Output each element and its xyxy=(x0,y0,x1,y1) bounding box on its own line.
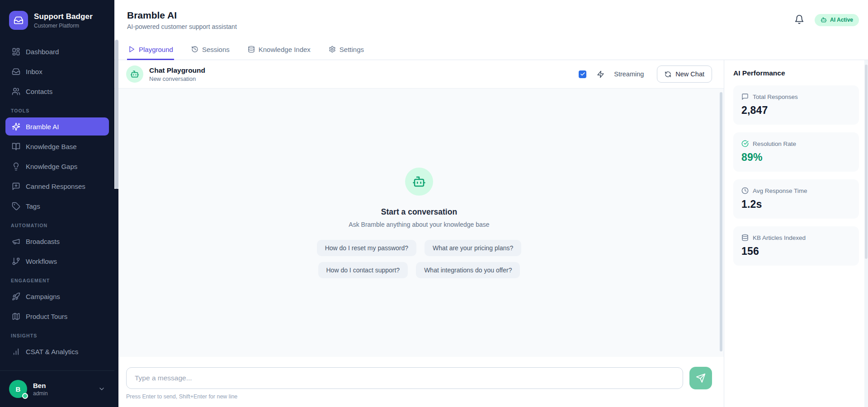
tab-label: Settings xyxy=(340,46,364,53)
book-open-icon xyxy=(12,142,20,151)
new-chat-label: New Chat xyxy=(675,70,704,78)
sidebar-item-label: Knowledge Base xyxy=(26,143,77,150)
empty-state-avatar xyxy=(405,168,433,196)
stat-card-kb-articles-indexed: KB Articles Indexed156 xyxy=(733,226,859,266)
sidebar-item-canned-responses[interactable]: Canned Responses xyxy=(5,177,109,195)
bot-icon xyxy=(130,70,139,79)
avatar: B xyxy=(9,380,27,398)
lightbulb-icon xyxy=(12,162,20,171)
bar-chart-icon xyxy=(12,347,20,356)
window-scrollbar-thumb[interactable] xyxy=(865,65,868,259)
send-button[interactable] xyxy=(689,367,712,389)
sidebar-item-label: Broadcasts xyxy=(26,238,60,245)
tab-label: Playground xyxy=(139,46,173,53)
new-chat-button[interactable]: New Chat xyxy=(657,65,712,83)
chat-title: Chat Playground xyxy=(149,66,205,75)
sidebar-item-broadcasts[interactable]: Broadcasts xyxy=(5,232,109,250)
suggestion-chip-what-are-your-pricing-plans[interactable]: What are your pricing plans? xyxy=(425,240,521,256)
sidebar-item-label: Bramble AI xyxy=(26,123,59,131)
brand: Support Badger Customer Platform xyxy=(0,0,114,40)
megaphone-icon xyxy=(12,237,20,246)
sidebar-item-knowledge-base[interactable]: Knowledge Base xyxy=(5,137,109,155)
refresh-icon xyxy=(665,71,671,78)
bell-icon xyxy=(794,14,804,24)
message-input-area: Press Enter to send, Shift+Enter for new… xyxy=(114,357,724,407)
user-menu[interactable]: B Ben admin xyxy=(0,370,114,407)
sidebar-item-label: Contacts xyxy=(26,88,52,95)
chat-subtitle: New conversation xyxy=(149,75,205,82)
sidebar-item-label: Workflows xyxy=(26,257,57,265)
stat-card-resolution-rate: Resolution Rate89% xyxy=(733,132,859,172)
sidebar-item-dashboard[interactable]: Dashboard xyxy=(5,42,109,61)
message-input[interactable] xyxy=(126,367,683,389)
sidebar-item-inbox[interactable]: Inbox xyxy=(5,62,109,80)
tag-icon xyxy=(12,202,20,211)
stat-value: 2,847 xyxy=(741,104,851,117)
main-content: Bramble AI AI-powered customer support a… xyxy=(114,0,868,407)
sidebar-item-csat-analytics[interactable]: CSAT & Analytics xyxy=(5,342,109,360)
suggestion-chip-what-integrations-do-you-offer[interactable]: What integrations do you offer? xyxy=(416,262,520,278)
tab-sessions[interactable]: Sessions xyxy=(190,40,231,60)
send-icon xyxy=(696,373,706,383)
brand-logo xyxy=(9,11,28,30)
bot-icon xyxy=(412,175,426,188)
sidebar-scrollbar-thumb[interactable] xyxy=(115,40,118,189)
empty-state: Start a conversation Ask Bramble anythin… xyxy=(317,168,522,278)
streaming-checkbox[interactable] xyxy=(579,70,586,78)
suggestion-chips: How do I reset my password?What are your… xyxy=(317,240,522,278)
suggestion-chip-how-do-i-reset-my-password[interactable]: How do I reset my password? xyxy=(317,240,416,256)
stat-value: 1.2s xyxy=(741,198,851,211)
sidebar-item-workflows[interactable]: Workflows xyxy=(5,252,109,270)
page-header: Bramble AI AI-powered customer support a… xyxy=(114,0,868,40)
database-icon xyxy=(741,234,749,241)
tab-settings[interactable]: Settings xyxy=(328,40,365,60)
sidebar-nav: DashboardInboxContactsTOOLSBramble AIKno… xyxy=(0,40,114,370)
ai-active-badge: AI Active xyxy=(815,14,859,26)
sidebar-section-automation: AUTOMATION xyxy=(5,222,109,229)
ai-active-label: AI Active xyxy=(830,17,853,23)
suggestion-chip-how-do-i-contact-support[interactable]: How do I contact support? xyxy=(318,262,408,278)
tab-label: Sessions xyxy=(202,46,230,53)
database-icon xyxy=(248,46,255,53)
chat-scrollbar-thumb[interactable] xyxy=(720,92,722,351)
tab-playground[interactable]: Playground xyxy=(127,40,174,60)
notifications-button[interactable] xyxy=(794,14,805,25)
chevron-down-icon xyxy=(98,385,105,393)
sidebar-item-label: CSAT & Analytics xyxy=(26,348,78,356)
stat-card-avg-response-time: Avg Response Time1.2s xyxy=(733,179,859,219)
app: Support Badger Customer Platform Dashboa… xyxy=(0,0,868,407)
online-status-dot xyxy=(22,393,28,399)
sidebar-item-campaigns[interactable]: Campaigns xyxy=(5,287,109,305)
user-role: admin xyxy=(33,390,92,397)
check-icon xyxy=(580,71,585,77)
sidebar-scrollbar-track xyxy=(114,189,118,407)
chat-header: Chat Playground New conversation Streami… xyxy=(114,60,724,89)
dashboard-icon xyxy=(12,47,20,56)
tab-label: Knowledge Index xyxy=(259,46,311,53)
sidebar-item-label: Campaigns xyxy=(26,293,60,300)
sidebar-item-knowledge-gaps[interactable]: Knowledge Gaps xyxy=(5,157,109,175)
inbox-icon xyxy=(14,15,24,25)
tab-bar: PlaygroundSessionsKnowledge IndexSetting… xyxy=(114,40,868,60)
message-plus-icon xyxy=(12,182,20,191)
stat-value: 156 xyxy=(741,245,851,257)
sidebar-item-label: Tags xyxy=(26,202,40,210)
tab-knowledge-index[interactable]: Knowledge Index xyxy=(247,40,311,60)
rocket-icon xyxy=(12,292,20,301)
panel-title: AI Performance xyxy=(733,69,859,77)
sidebar: Support Badger Customer Platform Dashboa… xyxy=(0,0,114,407)
history-icon xyxy=(191,46,198,53)
page-subtitle: AI-powered customer support assistant xyxy=(127,23,237,30)
stat-value: 89% xyxy=(741,151,851,164)
stat-label: KB Articles Indexed xyxy=(753,234,806,241)
sidebar-item-product-tours[interactable]: Product Tours xyxy=(5,307,109,325)
users-icon xyxy=(12,87,20,96)
sidebar-item-contacts[interactable]: Contacts xyxy=(5,82,109,100)
sidebar-item-tags[interactable]: Tags xyxy=(5,197,109,215)
sidebar-item-label: Canned Responses xyxy=(26,182,85,190)
stat-card-total-responses: Total Responses2,847 xyxy=(733,85,859,125)
input-helper-text: Press Enter to send, Shift+Enter for new… xyxy=(126,393,712,400)
sidebar-section-engagement: ENGAGEMENT xyxy=(5,277,109,284)
empty-state-subtitle: Ask Bramble anything about your knowledg… xyxy=(317,221,522,228)
sidebar-item-bramble-ai[interactable]: Bramble AI xyxy=(5,117,109,136)
